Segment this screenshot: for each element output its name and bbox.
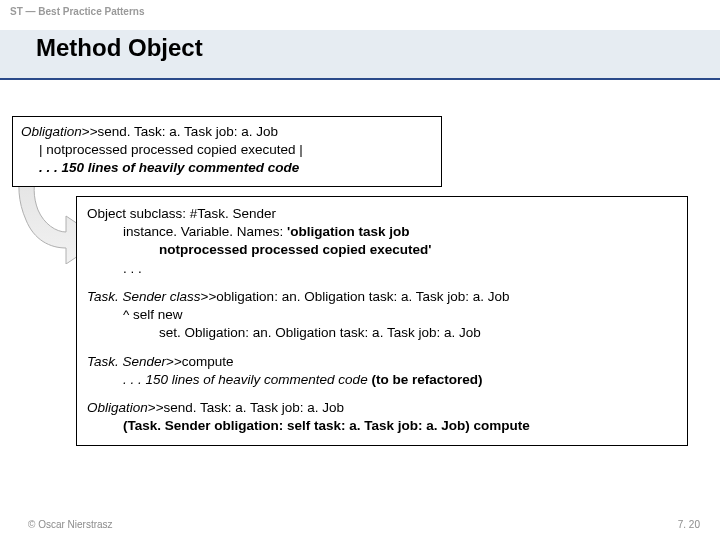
code-box-before: Obligation>>send. Task: a. Task job: a. … <box>12 116 442 187</box>
code-line: Obligation>>send. Task: a. Task job: a. … <box>21 123 433 141</box>
code-comment-summary: . . . 150 lines of heavily commented cod… <box>123 372 371 387</box>
code-annotation: (to be refactored) <box>371 372 482 387</box>
footer-author: © Oscar Nierstrasz <box>28 519 113 530</box>
code-comment-summary: . . . 150 lines of heavily commented cod… <box>21 159 433 177</box>
code-class-name: Obligation <box>21 124 82 139</box>
code-line: Obligation>>send. Task: a. Task job: a. … <box>87 399 677 417</box>
code-line: (Task. Sender obligation: self task: a. … <box>87 417 677 435</box>
breadcrumb: ST — Best Practice Patterns <box>10 6 145 17</box>
code-line: | notprocessed processed copied executed… <box>21 141 433 159</box>
code-text: >>send. Task: a. Task job: a. Job <box>82 124 278 139</box>
code-line: . . . 150 lines of heavily commented cod… <box>87 371 677 389</box>
code-text: instance. Variable. Names: <box>123 224 287 239</box>
code-box-after: Object subclass: #Task. Sender instance.… <box>76 196 688 446</box>
code-text-bold: 'obligation task job <box>287 224 409 239</box>
footer-page-number: 7. 20 <box>678 519 700 530</box>
code-text: >>send. Task: a. Task job: a. Job <box>148 400 344 415</box>
spacer <box>87 389 677 399</box>
code-line: Task. Sender>>compute <box>87 353 677 371</box>
code-line: notprocessed processed copied executed' <box>87 241 677 259</box>
code-class-name: Obligation <box>87 400 148 415</box>
code-class-name: Task. Sender class <box>87 289 201 304</box>
title-underline <box>0 78 720 80</box>
code-line: instance. Variable. Names: 'obligation t… <box>87 223 677 241</box>
code-class-name: Task. Sender <box>87 354 166 369</box>
code-line: Object subclass: #Task. Sender <box>87 205 677 223</box>
code-ellipsis: . . . <box>87 260 677 278</box>
code-line: set. Obligation: an. Obligation task: a.… <box>87 324 677 342</box>
code-line: ^ self new <box>87 306 677 324</box>
spacer <box>87 278 677 288</box>
spacer <box>87 343 677 353</box>
page-title: Method Object <box>36 34 203 62</box>
code-text: >>compute <box>166 354 234 369</box>
code-text: >>obligation: an. Obligation task: a. Ta… <box>201 289 510 304</box>
code-line: Task. Sender class>>obligation: an. Obli… <box>87 288 677 306</box>
